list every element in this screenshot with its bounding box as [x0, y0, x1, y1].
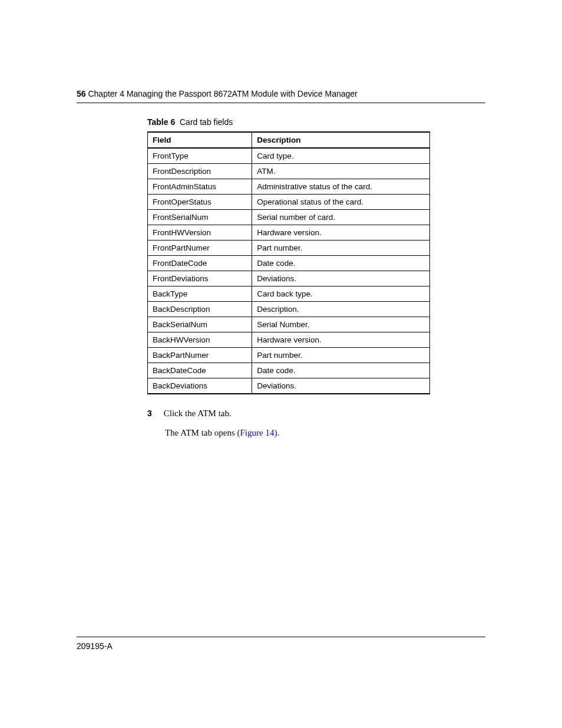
cell-field: FrontDescription	[148, 164, 252, 179]
cell-description: Operational status of the card.	[252, 195, 430, 210]
cell-description: Serial number of card.	[252, 210, 430, 225]
doc-id: 209195-A	[77, 641, 113, 651]
cell-field: FrontType	[148, 148, 252, 164]
table-label: Table 6	[147, 117, 175, 127]
cell-field: FrontOperStatus	[148, 195, 252, 210]
table-caption-text: Card tab fields	[180, 117, 233, 127]
chapter-title: Chapter 4 Managing the Passport 8672ATM …	[88, 89, 357, 98]
cell-field: BackPartNumer	[148, 348, 252, 363]
cell-description: Part number.	[252, 241, 430, 256]
body-paragraph: The ATM tab opens (Figure 14).	[165, 428, 485, 438]
table-row: BackDescriptionDescription.	[148, 302, 430, 317]
table-row: FrontDescriptionATM.	[148, 164, 430, 179]
table-row: BackDateCodeDate code.	[148, 363, 430, 378]
page-footer: 209195-A	[77, 637, 485, 651]
cell-description: Part number.	[252, 348, 430, 363]
body-prefix: The ATM tab opens	[165, 428, 237, 437]
table-row: FrontSerialNumSerial number of card.	[148, 210, 430, 225]
step-text: Click the ATM tab.	[164, 409, 232, 418]
table-row: FrontDateCodeDate code.	[148, 256, 430, 271]
cell-description: Deviations.	[252, 378, 430, 394]
table-row: BackPartNumerPart number.	[148, 348, 430, 363]
cell-description: Administrative status of the card.	[252, 179, 430, 195]
table-row: BackDeviationsDeviations.	[148, 378, 430, 394]
cell-description: Serial Number.	[252, 317, 430, 332]
table-row: FrontHWVersionHardware version.	[148, 225, 430, 241]
table-row: FrontAdminStatusAdministrative status of…	[148, 179, 430, 195]
cell-field: FrontDeviations	[148, 271, 252, 286]
table-row: FrontOperStatusOperational status of the…	[148, 195, 430, 210]
cell-description: Description.	[252, 302, 430, 317]
col-header-description: Description	[252, 132, 430, 148]
cell-field: FrontSerialNum	[148, 210, 252, 225]
cell-field: FrontHWVersion	[148, 225, 252, 241]
cell-description: Hardware version.	[252, 225, 430, 241]
cell-field: BackDateCode	[148, 363, 252, 378]
step-3: 3 Click the ATM tab.	[147, 409, 485, 419]
table-header-row: Field Description	[148, 132, 430, 148]
cell-field: FrontPartNumer	[148, 241, 252, 256]
col-header-field: Field	[148, 132, 252, 148]
cell-description: Hardware version.	[252, 332, 430, 348]
card-tab-fields-table: Field Description FrontTypeCard type.Fro…	[147, 131, 430, 394]
step-number: 3	[147, 409, 161, 418]
cell-field: BackDescription	[148, 302, 252, 317]
page-number: 56	[77, 89, 86, 98]
body-suffix: .	[277, 428, 279, 437]
cell-field: BackDeviations	[148, 378, 252, 394]
cell-description: ATM.	[252, 164, 430, 179]
cell-field: BackSerialNum	[148, 317, 252, 332]
table-row: FrontPartNumerPart number.	[148, 241, 430, 256]
cell-field: BackType	[148, 286, 252, 302]
page-header: 56 Chapter 4 Managing the Passport 8672A…	[77, 88, 485, 103]
table-row: FrontTypeCard type.	[148, 148, 430, 164]
cell-field: FrontDateCode	[148, 256, 252, 271]
table-row: FrontDeviationsDeviations.	[148, 271, 430, 286]
table-row: BackHWVersionHardware version.	[148, 332, 430, 348]
cell-field: BackHWVersion	[148, 332, 252, 348]
cell-description: Deviations.	[252, 271, 430, 286]
cell-description: Card type.	[252, 148, 430, 164]
cell-field: FrontAdminStatus	[148, 179, 252, 195]
table-caption: Table 6 Card tab fields	[147, 117, 485, 127]
figure-link[interactable]: (Figure 14)	[237, 428, 277, 437]
cell-description: Card back type.	[252, 286, 430, 302]
table-row: BackSerialNumSerial Number.	[148, 317, 430, 332]
cell-description: Date code.	[252, 256, 430, 271]
table-row: BackTypeCard back type.	[148, 286, 430, 302]
cell-description: Date code.	[252, 363, 430, 378]
